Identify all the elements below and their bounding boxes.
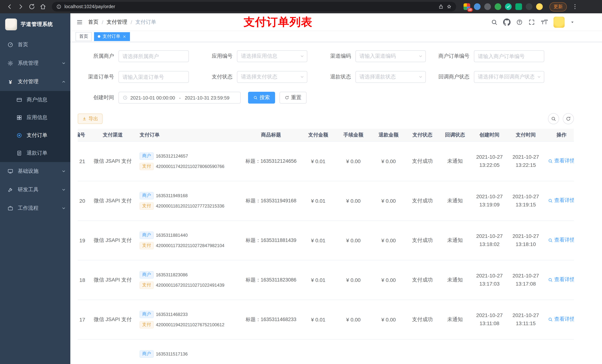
cell-create-time: 2021-10-27 13:11:08 — [471, 300, 508, 339]
fullscreen-icon[interactable] — [528, 19, 535, 25]
sidebar-menu: 首页 系统管理 ¥ 支付管理 商户信息 — [0, 35, 70, 218]
profile-avatar-icon[interactable] — [536, 3, 543, 10]
cell-amount: ¥ 0.01 — [301, 300, 336, 339]
view-detail-label: 查看详情 — [554, 316, 574, 323]
github-icon[interactable] — [503, 18, 511, 26]
extension-badge: 10 — [467, 8, 473, 12]
cell-pay-status: 支付成功 — [406, 300, 439, 339]
extension-icon-3[interactable] — [484, 3, 491, 10]
yen-icon: ¥ — [7, 79, 13, 85]
pay-order-no: 4200001174202110278060590766 — [156, 164, 224, 169]
breadcrumb-home[interactable]: 首页 — [88, 19, 98, 25]
extension-icon-4[interactable] — [495, 3, 501, 10]
sidebar-item-pay[interactable]: ¥ 支付管理 — [0, 73, 70, 91]
extension-icon-2[interactable] — [474, 3, 481, 10]
page-annotation: 支付订单列表 — [244, 14, 312, 30]
clock-icon — [123, 95, 128, 100]
sidebar-item-app-info[interactable]: 应用信息 — [0, 109, 70, 126]
sidebar-item-label: 首页 — [18, 42, 28, 48]
chevron-down-icon — [62, 61, 66, 65]
header-search-icon[interactable] — [491, 19, 498, 25]
help-icon[interactable] — [516, 19, 523, 25]
filter-label: 创建时间 — [78, 94, 118, 101]
refund-status-select[interactable]: 请选择退款状态 — [355, 71, 426, 83]
browser-menu-icon[interactable] — [570, 1, 580, 12]
user-menu-caret-icon[interactable] — [570, 20, 575, 24]
sidebar-item-merchant-info[interactable]: 商户信息 — [0, 91, 70, 109]
cell-id: 17 — [78, 300, 90, 339]
briefcase-icon — [7, 205, 13, 211]
orders-table-container: 编号 支付渠道 支付订单 商品标题 支付金额 手续金额 退款金额 支付状态 回调… — [78, 129, 574, 364]
view-detail-link[interactable]: 查看详情 — [548, 197, 574, 204]
tab-home[interactable]: 首页 — [75, 32, 92, 41]
cell-pay-order: 商户 1635311949168 支付 42000011812021102777… — [136, 181, 241, 220]
sidebar-item-home[interactable]: 首页 — [0, 35, 70, 54]
col-pay-status: 支付状态 — [406, 129, 439, 141]
sidebar-toggle-icon[interactable] — [76, 19, 83, 25]
pay-order-line: 支付 4200001194202110276752100612 — [140, 321, 238, 328]
cell-fee: ¥ 0.00 — [336, 141, 371, 181]
tab-close-icon[interactable] — [123, 35, 126, 38]
col-id: 编号 — [78, 129, 90, 141]
cell-action — [544, 339, 574, 364]
extension-icon-5[interactable] — [505, 3, 512, 10]
cell-amount: ¥ 0.01 — [301, 260, 336, 300]
view-detail-link[interactable]: 查看详情 — [548, 237, 574, 244]
bookmark-star-icon[interactable] — [447, 4, 452, 9]
view-detail-link[interactable]: 查看详情 — [548, 316, 574, 323]
font-size-icon[interactable] — [540, 18, 548, 26]
sidebar-item-workflow[interactable]: 工作流程 — [0, 199, 70, 218]
sidebar-item-label: 支付订单 — [27, 132, 47, 139]
site-info-icon[interactable] — [56, 4, 62, 9]
sidebar-item-system[interactable]: 系统管理 — [0, 54, 70, 73]
filter-field-refund-status: 退款状态 请选择退款状态 — [315, 71, 426, 83]
filter-field-merchant-order-no: 商户订单编号 — [433, 50, 544, 62]
sidebar-item-devtools[interactable]: 研发工具 — [0, 180, 70, 199]
app-no-select[interactable]: 请选择应用信息 — [237, 50, 307, 62]
create-time-range-picker[interactable]: 2021-10-01 00:00:00 - 2021-10-31 23:59:5… — [118, 92, 241, 104]
view-detail-link[interactable]: 查看详情 — [548, 277, 574, 283]
toggle-search-button[interactable] — [548, 113, 559, 124]
browser-reload-button[interactable] — [27, 1, 37, 12]
search-button[interactable]: 搜索 — [248, 92, 275, 104]
pay-order-line: 支付 4200001181202110277723215336 — [140, 202, 238, 209]
gear-icon — [7, 60, 13, 66]
user-avatar[interactable] — [553, 16, 565, 28]
extension-icon-6[interactable] — [515, 3, 522, 10]
browser-back-button[interactable] — [4, 1, 15, 12]
breadcrumb-pay[interactable]: 支付管理 — [107, 19, 127, 25]
cell-pay-order: 商户 1635311823086 支付 42000011672021102710… — [136, 260, 241, 300]
sidebar-item-label: 商户信息 — [27, 96, 47, 103]
reset-button[interactable]: 重置 — [280, 92, 307, 104]
refresh-table-button[interactable] — [563, 113, 574, 124]
tab-pay-order[interactable]: 支付订单 — [94, 32, 130, 41]
merchant-order-no-input[interactable] — [474, 50, 544, 62]
sidebar-item-refund-order[interactable]: 退款订单 — [0, 144, 70, 162]
table-tools — [548, 113, 574, 124]
breadcrumb-separator: / — [131, 19, 132, 25]
export-button[interactable]: 导出 — [78, 114, 103, 124]
view-detail-label: 查看详情 — [554, 197, 574, 204]
merchant-input[interactable] — [118, 50, 189, 62]
extension-icon-7[interactable] — [526, 3, 532, 10]
share-icon[interactable] — [438, 4, 443, 9]
channel-code-select[interactable]: 请输入渠道编码 — [355, 50, 426, 62]
cell-notify-status: 未通知 — [439, 141, 471, 181]
address-bar[interactable]: localhost:1024/pay/order — [52, 2, 456, 11]
extension-icon-1[interactable]: 10 — [463, 3, 470, 10]
channel-order-no-input[interactable] — [118, 71, 189, 83]
sidebar-item-infra[interactable]: 基础设施 — [0, 162, 70, 180]
browser-update-button[interactable]: 更新 — [549, 2, 567, 11]
cell-pay-status: 支付成功 — [406, 260, 439, 300]
cell-channel: 微信 JSAPI 支付 — [90, 141, 136, 181]
main-area: 首页 / 支付管理 / 支付订单 支付订单列表 — [70, 13, 602, 364]
export-button-label: 导出 — [88, 115, 98, 122]
pay-status-select[interactable]: 请选择支付状态 — [237, 71, 307, 83]
sidebar-item-pay-order[interactable]: 支付订单 — [0, 126, 70, 144]
filter-label: 渠道订单号 — [78, 74, 118, 80]
browser-home-button[interactable] — [38, 1, 48, 12]
browser-forward-button[interactable] — [16, 1, 26, 12]
table-toolbar: 导出 — [78, 113, 574, 124]
notify-status-select[interactable]: 请选择订单回调商户状态 — [474, 71, 544, 83]
view-detail-link[interactable]: 查看详情 — [548, 158, 574, 165]
